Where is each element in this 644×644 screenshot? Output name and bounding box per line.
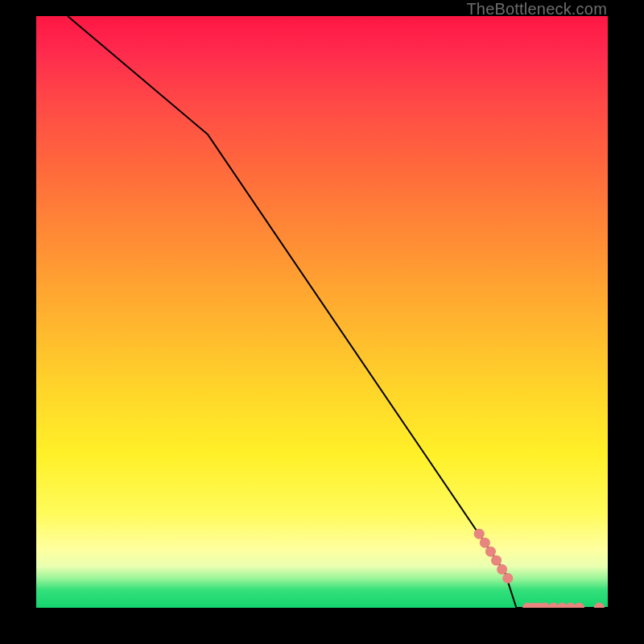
chart-marker bbox=[474, 529, 485, 539]
chart-frame: TheBottleneck.com bbox=[0, 0, 644, 644]
chart-marker bbox=[485, 547, 496, 557]
chart-marker bbox=[491, 555, 502, 566]
chart-line bbox=[68, 16, 608, 608]
chart-marker bbox=[497, 564, 507, 575]
chart-svg bbox=[36, 16, 608, 608]
plot-area bbox=[36, 16, 608, 608]
chart-marker bbox=[574, 603, 584, 609]
chart-marker bbox=[480, 538, 490, 548]
chart-marker bbox=[594, 603, 605, 609]
chart-marker bbox=[502, 573, 513, 584]
